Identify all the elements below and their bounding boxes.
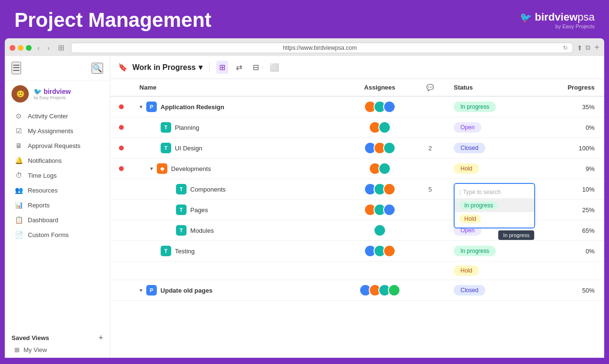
avatar-group [353,121,407,134]
refresh-icon[interactable]: ↻ [563,45,568,51]
row-name-cell: ▾PApplication Redesign [133,96,346,117]
status-badge[interactable]: Hold [454,265,479,276]
avatar-group [353,101,407,113]
status-badge[interactable]: In progress [454,246,496,256]
progress-value: 50% [582,287,595,294]
assignee-avatar [388,284,400,296]
sidebar-item-my-assignments[interactable]: ☑ My Assignments [8,124,107,138]
add-saved-view-button[interactable]: + [99,333,103,342]
view-list-button[interactable]: ⇄ [233,61,245,74]
row-name-content: TComponents [165,184,340,194]
birdview-logo-name: 🐦 birdview [34,88,71,95]
task-badge: T [161,122,171,133]
row-name-content: TUI Design [150,143,340,153]
row-status-cell[interactable]: Closed [447,138,548,159]
sidebar-item-notifications[interactable]: 🔔 Notifications [8,153,107,168]
row-dot-cell [110,159,133,179]
row-status-cell[interactable]: In progress [447,241,548,262]
status-badge[interactable]: Closed [454,285,485,296]
comment-count: 2 [429,145,432,152]
forward-button[interactable]: › [46,43,52,53]
share-button[interactable]: ⬆ [577,44,583,52]
task-badge: T [176,225,187,236]
status-dropdown[interactable]: | Type to search In progress Hold In pro… [454,183,535,228]
status-badge[interactable]: Open [454,122,481,133]
my-view-label: My View [23,346,47,353]
row-progress-cell [548,262,604,280]
expand-button[interactable]: ▾ [140,103,142,110]
row-name-content: ▾PUpdate old pages [140,285,340,296]
page-title: Project Management [14,9,211,32]
sidebar-item-dashboard[interactable]: 📋 Dashboard [8,213,107,227]
col-comments-header: 💬 [413,79,447,96]
sidebar-item-activity-center[interactable]: ⊙ Activity Center [8,109,107,123]
hamburger-button[interactable]: ☰ [12,62,21,74]
add-tab-button[interactable]: ⧉ [586,44,590,52]
saved-views-header[interactable]: Saved Views + [12,331,103,344]
row-status-cell[interactable]: In progress [447,96,548,117]
notifications-icon: 🔔 [14,157,23,164]
task-badge: P [146,285,157,296]
work-table: Name Assignees 💬 Status Progress [110,79,604,301]
priority-dot [119,166,124,171]
table-container: Name Assignees 💬 Status Progress [110,79,604,358]
sidebar-brand: 🙂 🐦 birdview by Easy Projects [5,80,110,106]
row-status-cell[interactable]: Hold [447,159,548,179]
expand-button[interactable]: ▾ [150,165,153,172]
progress-value: 65% [582,227,595,234]
sidebar-item-approval-requests[interactable]: 🖥 Approval Requests [8,138,107,153]
sidebar-item-resources[interactable]: 👥 Resources [8,183,107,197]
status-badge[interactable]: Closed [454,143,485,153]
sidebar-item-custom-forms[interactable]: 📄 Custom Forms [8,228,107,242]
sidebar-item-my-view[interactable]: ⊞ My View [12,344,103,356]
row-dot-cell [110,96,133,117]
avatar-group [353,284,407,296]
row-comments-cell [413,96,447,117]
row-status-cell[interactable]: Closed [447,280,548,301]
brand-name: birdviewpsa [535,11,595,23]
status-badge[interactable]: Hold [454,163,479,174]
table-row: ▾PUpdate old pagesClosed50% [110,280,604,301]
view-grid-button[interactable]: ⊞ [216,61,228,74]
sidebar-item-reports[interactable]: 📊 Reports [8,198,107,212]
new-tab-button[interactable]: + [594,43,599,53]
status-search: | Type to search [455,186,534,199]
row-assignees-cell [346,262,413,280]
url-text: https://www.birdviewpsa.com [76,45,563,51]
task-name: Application Redesign [161,103,224,111]
url-bar[interactable]: https://www.birdviewpsa.com ↻ [71,43,573,53]
minimize-traffic-light[interactable] [18,45,23,51]
close-traffic-light[interactable] [10,45,15,51]
row-comments-cell [413,280,447,301]
back-button[interactable]: ‹ [35,43,42,53]
row-assignees-cell [346,220,413,241]
browser-chrome: ‹ › ⊞ https://www.birdviewpsa.com ↻ ⬆ ⧉ … [5,38,604,56]
toolbar-title-text: Work in Progress [132,63,196,72]
row-name-content: TTesting [150,246,340,256]
table-row: Hold [110,262,604,280]
row-name-content: TModules [165,225,340,236]
row-name-content: ▾PApplication Redesign [140,102,340,112]
status-badge[interactable]: In progress [454,102,496,112]
expand-button[interactable]: ▾ [140,287,142,294]
sidebar-search-button[interactable]: 🔍 [92,63,103,74]
view-cards-button[interactable]: ⊟ [250,61,262,74]
progress-value: 100% [579,145,595,152]
toolbar-title[interactable]: 🔖 Work in Progress ▾ [118,63,202,72]
row-status-cell[interactable]: Open [447,117,548,138]
table-header-row: Name Assignees 💬 Status Progress [110,79,604,96]
status-option-in-progress[interactable]: In progress [455,199,534,212]
task-name: Pages [190,206,208,214]
sidebar-toggle-button[interactable]: ⊞ [55,42,67,53]
row-dot-cell [110,117,133,138]
sidebar-item-time-logs[interactable]: ⏱ Time Logs [8,168,107,182]
row-name-cell: TComponents [133,179,346,200]
view-calendar-button[interactable]: ⬜ [267,61,282,74]
maximize-traffic-light[interactable] [26,45,32,51]
row-status-cell[interactable]: Open | Type to search In progress Hold I… [447,179,548,200]
row-status-cell[interactable]: Hold [447,262,548,280]
status-option-hold[interactable]: Hold [455,212,534,226]
row-progress-cell: 35% [548,96,604,117]
assignee-avatar [378,121,391,134]
sidebar-item-label: Time Logs [28,172,57,179]
